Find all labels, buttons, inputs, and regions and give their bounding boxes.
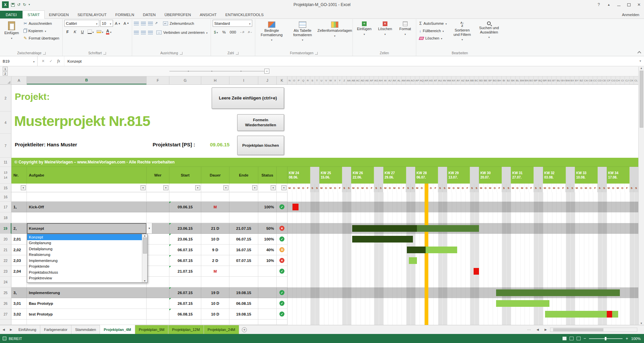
cell-start[interactable]: 09.06.15	[169, 202, 201, 212]
column-header[interactable]: CL	[634, 76, 639, 84]
clear-button[interactable]: Löschen	[418, 35, 448, 42]
cell-styles-button[interactable]: Zellenformatvorlagen	[319, 20, 351, 39]
row-number[interactable]: 27	[0, 309, 11, 320]
cell-status-pct[interactable]	[258, 298, 277, 309]
collapse-ribbon-icon[interactable]	[637, 51, 641, 55]
gantt-row[interactable]	[287, 266, 644, 277]
column-header[interactable]: Y	[338, 76, 342, 84]
shrink-font-button[interactable]: A▼	[122, 20, 130, 27]
column-header[interactable]: BZ	[579, 76, 584, 84]
cell-status-pct[interactable]: 40%	[258, 245, 277, 255]
cell-wer[interactable]	[147, 277, 169, 287]
cell-status-pct[interactable]: 50%	[258, 223, 277, 234]
column-header[interactable]: BW	[566, 76, 570, 84]
grow-font-button[interactable]: A▲	[114, 20, 122, 27]
cell-nr[interactable]: 1,	[11, 202, 27, 212]
cell-ende[interactable]: 16.07.15	[229, 245, 258, 255]
column-header[interactable]: CF	[607, 76, 611, 84]
cancel-entry-icon[interactable]: ✕	[42, 59, 45, 63]
cell-ende[interactable]: 19.08.15	[229, 287, 258, 298]
column-header[interactable]: CE	[602, 76, 607, 84]
dropdown-scrollbar[interactable]: ▲▼	[142, 234, 147, 282]
row-number[interactable]: 7	[0, 134, 11, 158]
filter-button[interactable]	[163, 185, 168, 190]
cell-status-icon[interactable]	[277, 309, 287, 320]
font-name-combo[interactable]: Calibri	[64, 20, 99, 27]
cell-ende[interactable]: 06.08.15	[229, 298, 258, 309]
cell-start[interactable]	[169, 320, 201, 325]
cell-task[interactable]	[27, 320, 147, 325]
scroll-down-icon[interactable]: ▼	[144, 280, 146, 282]
cell-status-icon[interactable]	[277, 320, 287, 325]
cell-status-icon[interactable]	[277, 255, 287, 266]
column-header[interactable]: J	[258, 76, 277, 84]
table-column-header[interactable]: Dauer	[201, 167, 229, 184]
dialog-launcher-icon[interactable]	[236, 52, 238, 55]
gantt-row[interactable]	[287, 309, 644, 320]
column-header[interactable]: BX	[570, 76, 575, 84]
sheet-tab-projektplan_9m[interactable]: Projektplan_9M	[135, 325, 168, 334]
column-header[interactable]: CJ	[625, 76, 630, 84]
cell-dauer[interactable]	[201, 277, 229, 287]
cell-status-icon[interactable]	[277, 298, 287, 309]
cell-ende[interactable]	[229, 277, 258, 287]
column-header[interactable]: AA	[347, 76, 352, 84]
row-number[interactable]: 1314	[0, 167, 11, 184]
next-sheet-icon[interactable]: ▶	[7, 325, 15, 334]
dropdown-item[interactable]: Detailplanung	[27, 246, 142, 252]
row-number[interactable]: 22	[0, 255, 11, 266]
row-number[interactable]: 19	[0, 223, 11, 234]
tab-daten[interactable]: DATEN	[139, 11, 160, 18]
filter-button[interactable]	[141, 185, 146, 190]
table-column-header[interactable]: Ende	[229, 167, 258, 184]
cell-start[interactable]: 06.07.15	[169, 245, 201, 255]
hscroll-thumb[interactable]	[553, 328, 603, 331]
table-column-header[interactable]: Start	[169, 167, 201, 184]
cell-nr[interactable]: 3,	[11, 287, 27, 298]
column-header[interactable]: AE	[365, 76, 370, 84]
column-header[interactable]: BD	[479, 76, 484, 84]
insert-function-icon[interactable]: fx	[57, 59, 60, 64]
gantt-row[interactable]	[287, 212, 644, 223]
column-header[interactable]: F	[147, 76, 169, 84]
column-header[interactable]: AK	[392, 76, 397, 84]
column-header[interactable]: AW	[447, 76, 452, 84]
cell-task[interactable]: test Prototyp	[27, 309, 147, 320]
format-painter-button[interactable]: Format übertragen	[22, 35, 60, 42]
cell-dauer[interactable]: M	[201, 202, 229, 212]
cell-dauer[interactable]	[201, 320, 229, 325]
table-column-header[interactable]: Aufgabe	[27, 167, 147, 184]
insert-cells-button[interactable]: Einfügen	[355, 20, 374, 38]
gantt-row[interactable]	[287, 223, 644, 234]
column-header[interactable]: BY	[575, 76, 579, 84]
column-header[interactable]: AI	[383, 76, 388, 84]
cell-ende[interactable]: 19.08.15	[229, 309, 258, 320]
row-number[interactable]: 21	[0, 245, 11, 255]
tab-formeln[interactable]: FORMELN	[111, 11, 139, 18]
sheet-tab-farbgenerator[interactable]: Farbgenerator	[40, 325, 71, 334]
filter-button[interactable]	[21, 185, 26, 190]
column-header[interactable]: AS	[429, 76, 433, 84]
cell-dauer[interactable]: M	[201, 266, 229, 277]
cell-ende[interactable]	[229, 320, 258, 325]
cell-nr[interactable]	[11, 277, 27, 287]
column-header[interactable]: S	[310, 76, 315, 84]
cell-task[interactable]: Bau Prototyp	[27, 298, 147, 309]
column-header[interactable]: AY	[456, 76, 461, 84]
column-header[interactable]: Q	[301, 76, 306, 84]
column-header[interactable]: R	[306, 76, 310, 84]
cell-wer[interactable]	[147, 245, 169, 255]
cell-status-icon[interactable]	[277, 245, 287, 255]
dialog-launcher-icon[interactable]	[180, 52, 182, 55]
tab-datei[interactable]: DATEI	[0, 11, 22, 18]
align-middle-icon[interactable]	[141, 22, 146, 25]
table-column-header[interactable]: Wer	[147, 167, 169, 184]
column-header[interactable]: AJ	[388, 76, 392, 84]
restore-formulas-button[interactable]: Formeln Wiederherstellen	[237, 114, 284, 131]
tab-start[interactable]: START	[23, 10, 45, 19]
cell-status-icon[interactable]	[277, 234, 287, 245]
thousands-button[interactable]: 000	[229, 28, 237, 36]
column-header[interactable]: A	[11, 76, 27, 84]
format-as-table-button[interactable]: Als Tabelle formatieren	[288, 20, 317, 44]
gantt-row[interactable]	[287, 287, 644, 298]
